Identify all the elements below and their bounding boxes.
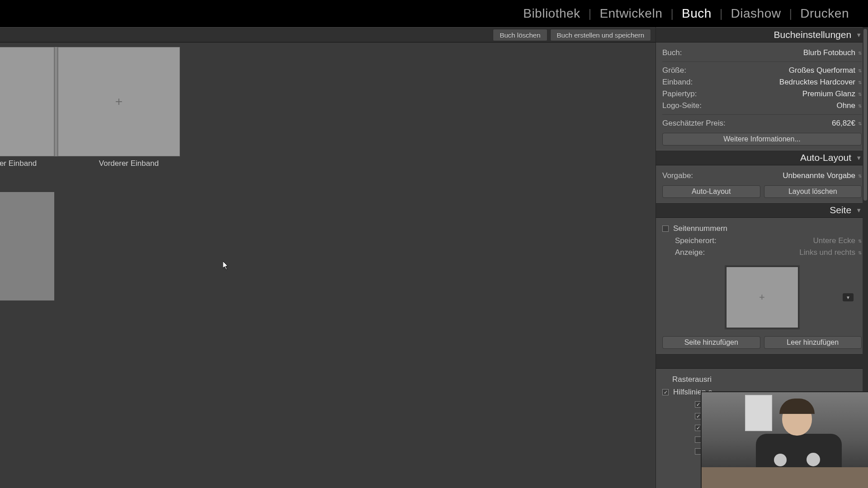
page-panel-header[interactable]: Seite ▼ <box>656 202 868 218</box>
front-cover-page[interactable]: + <box>58 47 180 156</box>
create-save-book-button[interactable]: Buch erstellen und speichern <box>550 29 651 41</box>
panel-title: Seite <box>830 205 851 216</box>
webcam-overlay <box>701 391 868 488</box>
plus-icon: + <box>759 291 765 303</box>
chevron-down-icon: ▼ <box>856 32 862 38</box>
guide-sub-checkbox[interactable]: ✓ <box>695 401 701 408</box>
module-picker: Bibliothek | Entwickeln | Buch | Diashow… <box>0 0 868 27</box>
page-panel-body: Seitennummern Speicherort: Untere Ecke⇅ … <box>656 218 868 353</box>
book-label: Buch: <box>662 48 682 57</box>
display-value-dropdown[interactable]: Links und rechts⇅ <box>799 248 862 257</box>
chevron-down-icon: ▼ <box>856 155 862 161</box>
caret-icon: ⇅ <box>858 92 862 97</box>
nav-separator: | <box>720 7 723 21</box>
clear-layout-button[interactable]: Layout löschen <box>764 185 862 198</box>
cover-value-dropdown[interactable]: Bedrucktes Hardcover⇅ <box>779 78 862 87</box>
book-settings-header[interactable]: Bucheinstellungen ▼ <box>656 27 868 42</box>
divider <box>662 114 862 115</box>
auto-layout-header[interactable]: Auto-Layout ▼ <box>656 150 868 165</box>
shirt-graphic <box>774 454 787 466</box>
paper-label: Papiertyp: <box>662 89 697 99</box>
page-1-thumb[interactable] <box>0 192 54 300</box>
scrollbar-thumb[interactable] <box>863 29 867 201</box>
location-label: Speicherort: <box>675 236 717 245</box>
guides-panel-header[interactable]: ▼ <box>656 353 868 369</box>
paper-value-dropdown[interactable]: Premium Glanz⇅ <box>802 89 862 99</box>
back-cover-label: er Einband <box>0 159 63 168</box>
price-value[interactable]: 66,82€⇅ <box>832 119 862 128</box>
caret-icon: ⇅ <box>858 103 862 108</box>
caret-icon: ⇅ <box>858 239 862 244</box>
preset-label: Vorgabe: <box>662 171 693 180</box>
preset-value-dropdown[interactable]: Unbenannte Vorgabe⇅ <box>783 171 862 180</box>
caret-icon: ⇅ <box>858 80 862 85</box>
page-numbers-checkbox[interactable] <box>662 225 669 232</box>
caret-icon: ⇅ <box>858 174 862 178</box>
auto-layout-button[interactable]: Auto-Layout <box>662 185 760 198</box>
price-label: Geschätzter Preis: <box>662 119 726 128</box>
module-entwickeln[interactable]: Entwickeln <box>591 6 670 21</box>
display-label: Anzeige: <box>675 248 705 257</box>
add-blank-button[interactable]: Leer hinzufügen <box>764 336 862 349</box>
chevron-down-icon: ▼ <box>856 207 862 214</box>
back-cover-page[interactable]: + <box>0 47 54 156</box>
desk <box>702 467 868 488</box>
caret-icon: ⇅ <box>858 250 862 255</box>
nav-separator: | <box>589 7 592 21</box>
book-settings-body: Buch: Blurb Fotobuch⇅ Größe: Großes Quer… <box>656 42 868 150</box>
nav-separator: | <box>789 7 792 21</box>
module-bibliothek[interactable]: Bibliothek <box>515 6 588 21</box>
background-window <box>745 395 772 431</box>
plus-icon: + <box>115 94 123 109</box>
template-dropdown-button[interactable]: ▼ <box>843 293 854 301</box>
book-spine <box>54 47 58 156</box>
book-value-dropdown[interactable]: Blurb Fotobuch⇅ <box>803 48 862 57</box>
guide-sub-checkbox[interactable]: ✓ <box>695 413 701 419</box>
logo-value-dropdown[interactable]: Ohne⇅ <box>836 101 862 110</box>
cover-spread[interactable]: + + <box>0 47 180 156</box>
module-drucken[interactable]: Drucken <box>792 6 857 21</box>
shirt-graphic <box>807 453 820 466</box>
page-grid-checkbox[interactable] <box>695 448 701 455</box>
person-hair <box>779 399 815 414</box>
caret-icon: ⇅ <box>858 51 862 56</box>
grid-snap-label: Rasterausri <box>672 375 712 384</box>
guide-sub-checkbox[interactable]: ✓ <box>695 425 701 431</box>
panel-title: Auto-Layout <box>800 152 851 163</box>
caret-icon: ⇅ <box>858 121 862 126</box>
front-cover-label: Vorderer Einband <box>68 159 190 168</box>
nav-separator: | <box>670 7 674 21</box>
book-canvas[interactable]: Buch löschen Buch erstellen und speicher… <box>0 27 656 488</box>
cursor-icon <box>223 261 229 270</box>
location-value-dropdown[interactable]: Untere Ecke⇅ <box>813 236 862 245</box>
divider <box>662 61 862 62</box>
page-numbers-label: Seitennummern <box>673 224 727 233</box>
clear-book-button[interactable]: Buch löschen <box>493 29 547 41</box>
page-template-thumb[interactable]: + <box>726 267 798 328</box>
auto-layout-body: Vorgabe: Unbenannte Vorgabe⇅ Auto-Layout… <box>656 165 868 202</box>
cover-label: Einband: <box>662 78 693 87</box>
fulltext-checkbox[interactable] <box>695 436 701 443</box>
module-buch[interactable]: Buch <box>674 6 720 21</box>
more-info-button[interactable]: Weitere Informationen... <box>662 133 862 145</box>
guidelines-checkbox[interactable]: ✓ <box>662 389 669 395</box>
size-value-dropdown[interactable]: Großes Querformat⇅ <box>789 66 862 75</box>
module-diashow[interactable]: Diashow <box>723 6 789 21</box>
caret-icon: ⇅ <box>858 68 862 73</box>
add-page-button[interactable]: Seite hinzufügen <box>662 336 760 349</box>
logo-label: Logo-Seite: <box>662 101 702 110</box>
panel-title: Bucheinstellungen <box>774 29 851 40</box>
size-label: Größe: <box>662 66 686 75</box>
